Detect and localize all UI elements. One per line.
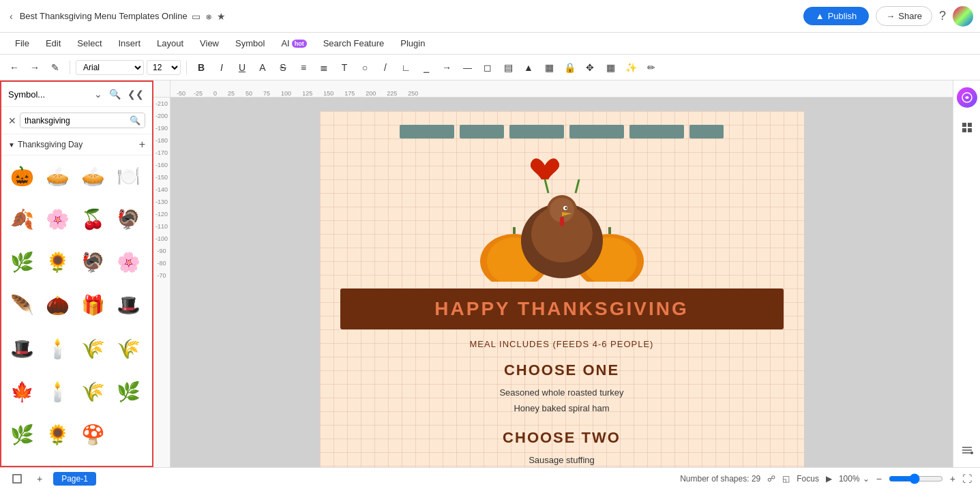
star-icon[interactable]: ★ — [217, 11, 226, 22]
menu-layout[interactable]: Layout — [149, 35, 192, 51]
strikethrough-button[interactable]: S — [274, 59, 292, 76]
shadow-button[interactable]: ▤ — [499, 59, 517, 76]
symbol-pie2[interactable]: 🥧 — [78, 161, 108, 191]
zoom-in-button[interactable]: + — [950, 473, 955, 484]
symbol-plate[interactable]: 🍽️ — [114, 161, 144, 191]
menu-edit[interactable]: Edit — [38, 35, 69, 51]
symbol-red-candle[interactable]: 🕯️ — [42, 376, 72, 406]
help-button[interactable]: ? — [939, 9, 946, 23]
symbol-grain[interactable]: 🌾 — [114, 334, 144, 364]
font-size-selector[interactable]: 12 14 16 18 — [147, 60, 181, 75]
zoom-control[interactable]: 100% ⌄ — [839, 474, 870, 484]
ai-assist-button[interactable] — [957, 87, 977, 108]
align-center-button[interactable]: ≡ — [295, 59, 312, 76]
menu-search-feature[interactable]: Search Feature — [315, 35, 393, 51]
symbol-maple-leaf[interactable]: 🍁 — [7, 376, 37, 406]
page-view-toggle[interactable] — [8, 473, 26, 485]
user-avatar[interactable] — [953, 6, 973, 27]
symbol-leaf-green[interactable]: 🌿 — [7, 420, 37, 450]
canvas-content: HAPPY THANKSGIVING MEAL INCLUDES (FEEDS … — [320, 111, 804, 467]
container-button[interactable]: ◻ — [479, 59, 496, 76]
symbol-wheat[interactable]: 🌾 — [78, 334, 108, 364]
font-selector[interactable]: Arial Times New Roman Helvetica — [76, 60, 144, 75]
canvas-scroll[interactable]: HAPPY THANKSGIVING MEAL INCLUDES (FEEDS … — [170, 98, 953, 467]
crop-button[interactable]: ✏ — [642, 59, 660, 76]
search-submit-icon[interactable]: 🔍 — [130, 115, 140, 125]
symbol-candle-pink[interactable]: 🕯️ — [42, 334, 72, 364]
sidebar-collapse-icon[interactable]: ❮❮ — [126, 87, 145, 101]
redo-button[interactable]: → — [26, 59, 44, 76]
text-format-button[interactable]: T — [336, 59, 353, 76]
menu-symbol[interactable]: Symbol — [227, 35, 273, 51]
bold-button[interactable]: B — [192, 59, 210, 76]
line-style-button[interactable]: ⎯ — [417, 59, 435, 76]
shape-button[interactable]: ○ — [356, 59, 374, 76]
symbol-pink-flower[interactable]: 🌸 — [114, 248, 144, 278]
share-button[interactable]: → Share — [876, 6, 932, 26]
arrow-button[interactable]: → — [438, 59, 456, 76]
section-toggle-icon[interactable]: ▼ — [8, 141, 15, 149]
zoom-out-button[interactable]: − — [876, 473, 882, 484]
thanksgiving-banner: HAPPY THANKSGIVING — [340, 288, 784, 329]
menu-file[interactable]: File — [7, 35, 38, 51]
symbol-mushroom[interactable]: 🍄 — [78, 420, 108, 450]
symbol-turkey-roasted[interactable]: 🦃 — [114, 204, 144, 234]
symbol-hat[interactable]: 🎩 — [114, 291, 144, 321]
bring-forward-button[interactable]: ▲ — [520, 59, 537, 76]
symbol-pilgrim-hat[interactable]: 🎩 — [7, 334, 37, 364]
symbol-acorn[interactable]: 🌰 — [42, 291, 72, 321]
sidebar-close-button[interactable]: ✕ — [8, 115, 16, 126]
symbol-wheat2[interactable]: 🌾 — [78, 376, 108, 406]
more-lines-button[interactable]: ⸻ — [458, 59, 476, 76]
symbol-feather[interactable]: 🪶 — [7, 291, 37, 321]
symbol-gift[interactable]: 🎁 — [78, 291, 108, 321]
layers-button[interactable] — [957, 440, 977, 460]
symbol-sunflower2[interactable]: 🌻 — [42, 420, 72, 450]
menu-view[interactable]: View — [192, 35, 227, 51]
section-add-button[interactable]: + — [139, 138, 145, 151]
grid-view-button[interactable] — [957, 117, 977, 138]
ungroup-button[interactable]: ✥ — [581, 59, 599, 76]
symbol-bundle[interactable]: 🌿 — [114, 376, 144, 406]
zoom-slider[interactable] — [889, 473, 943, 484]
menu-insert[interactable]: Insert — [110, 35, 149, 51]
play-icon[interactable]: ▶ — [826, 474, 832, 484]
undo-button[interactable]: ← — [5, 59, 23, 76]
symbol-search-input[interactable] — [25, 116, 127, 125]
window-icons: ▭ ⎈ ★ — [192, 11, 226, 22]
lock-button[interactable]: 🔒 — [561, 59, 578, 76]
table-button[interactable]: ▦ — [602, 59, 619, 76]
sidebar-search-icon[interactable]: 🔍 — [108, 87, 122, 101]
menu-ai[interactable]: AI hot — [273, 35, 314, 51]
back-button[interactable]: ‹ — [7, 10, 16, 23]
italic-button[interactable]: I — [213, 59, 231, 76]
sidebar-dropdown-icon[interactable]: ⌄ — [93, 87, 104, 101]
layers-icon-bottom[interactable]: ☍ — [767, 474, 775, 484]
connector-button[interactable]: ∟ — [397, 59, 415, 76]
symbol-sunflower[interactable]: 🌻 — [42, 248, 72, 278]
menu-select[interactable]: Select — [69, 35, 110, 51]
share-icon[interactable]: ⎈ — [206, 11, 211, 22]
menu-plugin[interactable]: Plugin — [392, 35, 433, 51]
symbol-leaves[interactable]: 🍂 — [7, 204, 37, 234]
symbol-pumpkin[interactable]: 🎃 — [7, 161, 37, 191]
clone-button[interactable]: ▦ — [540, 59, 558, 76]
symbol-herbs[interactable]: 🌿 — [7, 248, 37, 278]
symbol-turkey2[interactable]: 🦃 — [78, 248, 108, 278]
underline-button[interactable]: U — [233, 59, 251, 76]
publish-button[interactable]: ▲ Publish — [803, 7, 870, 25]
tablet-icon[interactable]: ▭ — [192, 11, 201, 22]
symbol-pie[interactable]: 🥧 — [42, 161, 72, 191]
add-page-button[interactable]: + — [33, 472, 46, 486]
align-justify-button[interactable]: ≣ — [315, 59, 333, 76]
symbol-flower[interactable]: 🌸 — [42, 204, 72, 234]
fullscreen-button[interactable]: ⛶ — [962, 473, 972, 484]
symbol-berries[interactable]: 🍒 — [78, 204, 108, 234]
line-button[interactable]: / — [376, 59, 394, 76]
focus-mode-icon[interactable]: ◱ — [782, 474, 790, 484]
sparkle-button[interactable]: ✨ — [622, 59, 640, 76]
font-color-button[interactable]: A — [254, 59, 271, 76]
header-bar-4 — [569, 125, 624, 138]
page-tab-1[interactable]: Page-1 — [53, 472, 96, 486]
format-paint-button[interactable]: ✎ — [46, 59, 64, 76]
